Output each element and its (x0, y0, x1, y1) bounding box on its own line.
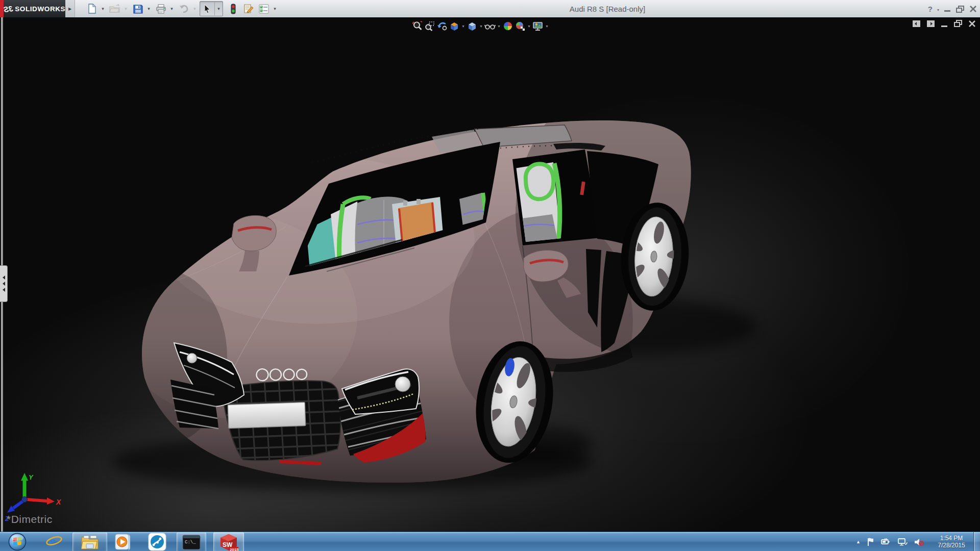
undo-caret[interactable] (191, 2, 199, 15)
power-battery-icon[interactable] (881, 538, 891, 546)
volume-muted-icon[interactable] (914, 538, 924, 546)
system-tray: ▲ 1:54 PM 7/28/2015 (856, 532, 973, 551)
open-document-button[interactable] (108, 2, 122, 15)
print-button[interactable] (154, 2, 168, 15)
feature-tree-flyout-tab[interactable] (0, 265, 8, 302)
new-document-button[interactable] (85, 2, 99, 15)
solidworks-logo-text: SOLIDWORKS (15, 5, 65, 13)
open-folder-icon (109, 4, 120, 13)
dock-right-button[interactable] (926, 20, 935, 28)
print-caret[interactable] (168, 2, 176, 15)
hide-show-items-icon (503, 21, 513, 31)
previous-view-button[interactable] (436, 19, 448, 33)
view-orientation-button[interactable] (466, 19, 478, 33)
new-document-caret[interactable] (99, 2, 107, 15)
taskbar-internet-explorer[interactable]: e (43, 532, 65, 551)
select-tool-button[interactable] (200, 2, 214, 15)
select-tool-caret[interactable] (214, 2, 223, 15)
network-status-icon[interactable] (897, 538, 908, 546)
traffic-light-icon (230, 4, 236, 14)
display-style-caret[interactable] (496, 19, 502, 33)
chevron-left-icon (3, 288, 5, 292)
apply-scene-button[interactable] (532, 19, 544, 33)
options-button[interactable] (257, 2, 271, 15)
previous-view-icon (437, 21, 447, 31)
cmd-prompt-text: C:\_ (185, 540, 196, 545)
select-tool-group (200, 1, 223, 16)
view-orientation-caret[interactable] (478, 19, 484, 33)
svg-text:e: e (48, 533, 55, 549)
rebuild-button[interactable] (226, 2, 240, 15)
show-desktop-button[interactable] (973, 532, 980, 551)
section-view-caret[interactable] (460, 19, 466, 33)
doc-minimize-button[interactable] (941, 20, 948, 28)
solidworks-logo-mark-icon: 3S (3, 4, 14, 13)
hide-show-items-button[interactable] (502, 19, 514, 33)
solidworks-version-badge: 2015 (230, 547, 238, 551)
help-button[interactable]: ? (928, 5, 933, 13)
close-button[interactable] (969, 5, 977, 13)
title-bar: 3S SOLIDWORKS ▶ (0, 0, 980, 18)
command-prompt-icon: C:\_ (182, 534, 201, 550)
printer-icon (156, 4, 166, 14)
options-list-icon (259, 4, 269, 14)
view-orientation-label: *Dimetric (7, 513, 53, 525)
solidworks-2015-icon: SW 2015 (219, 533, 238, 551)
action-center-flag-icon[interactable] (867, 537, 875, 546)
file-properties-button[interactable] (241, 2, 256, 15)
section-view-button[interactable] (448, 19, 460, 33)
zoom-to-fit-button[interactable] (411, 19, 424, 33)
taskbar-windows-explorer[interactable] (72, 532, 107, 551)
save-floppy-icon (133, 4, 143, 14)
graphics-viewport[interactable]: Y X Z *Dimetric (0, 17, 980, 532)
taskbar-clock[interactable]: 1:54 PM 7/28/2015 (930, 535, 973, 549)
undo-button[interactable] (177, 2, 191, 15)
solidworks-window: 3S SOLIDWORKS ▶ (0, 0, 980, 551)
triad-y-label: Y (29, 473, 34, 481)
taskbar-media-player[interactable] (111, 532, 134, 551)
network-app-icon (148, 533, 166, 551)
open-document-caret[interactable] (122, 2, 130, 15)
zoom-to-area-icon (425, 21, 435, 31)
solidworks-logo: 3S SOLIDWORKS (4, 0, 65, 17)
folder-icon (81, 534, 99, 550)
view-orientation-cube-icon (467, 21, 477, 31)
headsup-view-toolbar (411, 19, 550, 33)
apply-scene-caret[interactable] (544, 19, 550, 33)
floor-glow-right (459, 97, 909, 444)
logo-flyout-arrow-icon[interactable]: ▶ (65, 0, 75, 17)
taskbar-network-app[interactable] (145, 532, 169, 551)
help-caret[interactable] (937, 4, 939, 13)
display-style-button[interactable] (484, 19, 496, 33)
save-caret[interactable] (145, 2, 153, 15)
minimize-button[interactable] (944, 5, 951, 12)
doc-close-button[interactable] (968, 20, 976, 28)
start-button[interactable] (4, 532, 31, 551)
dock-left-button[interactable] (912, 20, 921, 28)
doc-restore-button[interactable] (954, 20, 963, 28)
file-properties-icon (243, 4, 254, 14)
section-view-icon (449, 21, 459, 31)
clock-time: 1:54 PM (930, 535, 973, 542)
chevron-left-icon (3, 282, 5, 286)
undo-arrow-icon (179, 4, 189, 13)
display-style-glasses-icon (484, 21, 496, 31)
chevron-left-icon (3, 276, 5, 280)
options-caret[interactable] (271, 2, 279, 15)
restore-button[interactable] (956, 5, 965, 13)
edit-appearance-caret[interactable] (526, 19, 532, 33)
save-button[interactable] (131, 2, 145, 15)
taskbar-solidworks[interactable]: SW 2015 (213, 532, 244, 551)
main-toolbar (85, 0, 280, 17)
tray-expand-icon[interactable]: ▲ (856, 539, 861, 544)
edit-appearance-icon (515, 21, 525, 31)
clock-date: 7/28/2015 (930, 542, 973, 549)
media-player-icon (114, 533, 131, 550)
taskbar-command-prompt[interactable]: C:\_ (177, 532, 206, 551)
internet-explorer-icon: e (45, 533, 63, 550)
zoom-to-area-button[interactable] (424, 19, 436, 33)
select-cursor-icon (203, 4, 211, 14)
zoom-to-fit-icon (412, 21, 423, 31)
windows-taskbar: e (0, 532, 980, 551)
edit-appearance-button[interactable] (514, 19, 526, 33)
